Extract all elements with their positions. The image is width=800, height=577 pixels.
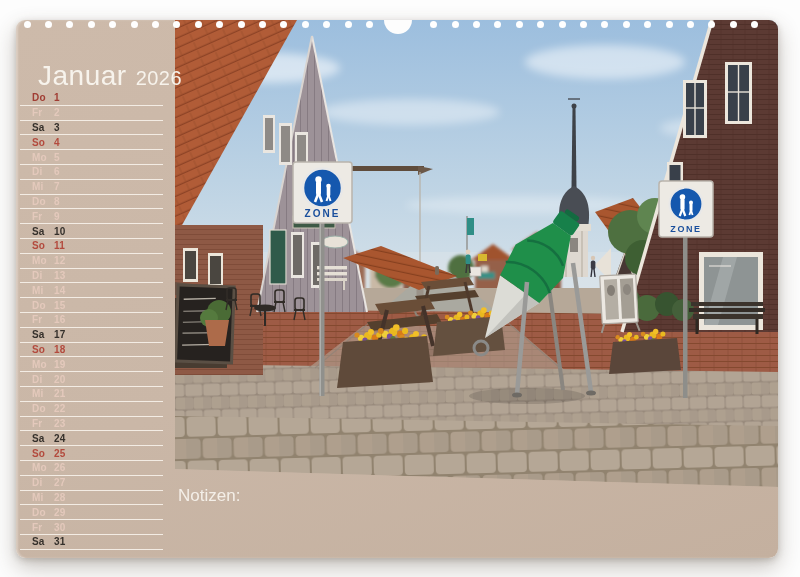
binding-hole — [66, 21, 73, 28]
day-number: 3 — [54, 122, 60, 133]
day-abbr: Mo — [32, 152, 54, 163]
calendar-day-row: Mi21 — [20, 387, 163, 402]
calendar-day-row: Do15 — [20, 298, 163, 313]
day-abbr: Do — [32, 403, 54, 414]
calendar-day-row: Fr9 — [20, 209, 163, 224]
calendar-day-row: Mo12 — [20, 254, 163, 269]
binding-hole — [345, 21, 352, 28]
calendar-product-shot: ZONE ZONE Januar20 — [0, 0, 800, 577]
binding-hole — [666, 21, 673, 28]
day-number: 31 — [54, 536, 66, 547]
day-abbr: Fr — [32, 418, 54, 429]
day-number: 11 — [54, 240, 65, 251]
month-title: Januar — [38, 60, 127, 91]
binding-hole — [152, 21, 159, 28]
calendar-day-row: Mi28 — [20, 491, 163, 506]
street-photo: ZONE ZONE — [175, 20, 778, 487]
day-number: 27 — [54, 477, 66, 488]
day-abbr: Do — [32, 507, 54, 518]
calendar-day-row: So11 — [20, 239, 163, 254]
day-abbr: Di — [32, 374, 54, 385]
day-abbr: So — [32, 344, 54, 355]
binding-hole — [195, 21, 202, 28]
day-abbr: Mi — [32, 181, 54, 192]
day-number: 12 — [54, 255, 66, 266]
day-number: 13 — [54, 270, 66, 281]
calendar-day-row: Sa3 — [20, 121, 163, 136]
binding-hole — [109, 21, 116, 28]
zone-sign-label: ZONE — [305, 208, 341, 219]
binding-hole — [623, 21, 630, 28]
day-number: 19 — [54, 359, 66, 370]
calendar-day-row: Sa10 — [20, 224, 163, 239]
binding-hole — [452, 21, 459, 28]
day-number: 20 — [54, 374, 66, 385]
day-abbr: Mi — [32, 388, 54, 399]
calendar-day-row: Di13 — [20, 269, 163, 284]
year-title: 2026 — [136, 67, 183, 89]
calendar-day-row: Di6 — [20, 165, 163, 180]
binding-hole — [559, 21, 566, 28]
calendar-day-row: Di27 — [20, 476, 163, 491]
notes-label: Notizen: — [178, 486, 240, 506]
day-number: 7 — [54, 181, 60, 192]
day-number: 22 — [54, 403, 66, 414]
day-number: 4 — [54, 137, 60, 148]
day-number: 18 — [54, 344, 66, 355]
day-number: 21 — [54, 388, 66, 399]
binding-hole — [302, 21, 309, 28]
day-number: 23 — [54, 418, 66, 429]
day-abbr: Fr — [32, 314, 54, 325]
day-number: 2 — [54, 107, 60, 118]
day-number: 16 — [54, 314, 66, 325]
window — [725, 62, 752, 124]
cafe-sign — [322, 236, 348, 248]
calendar-day-row: Do8 — [20, 195, 163, 210]
day-abbr: Fr — [32, 211, 54, 222]
binding-hole — [473, 21, 480, 28]
day-number: 24 — [54, 433, 66, 444]
day-abbr: Sa — [32, 226, 54, 237]
calendar-day-row: Sa31 — [20, 535, 163, 550]
calendar-day-row: So25 — [20, 446, 163, 461]
street-photo-scene: ZONE ZONE — [175, 20, 778, 487]
day-abbr: So — [32, 240, 54, 251]
calendar-day-row: Fr30 — [20, 520, 163, 535]
day-abbr: Mo — [32, 255, 54, 266]
day-abbr: Sa — [32, 433, 54, 444]
day-abbr: Mi — [32, 285, 54, 296]
day-number: 10 — [54, 226, 66, 237]
day-abbr: So — [32, 448, 54, 459]
binding-hole — [580, 21, 587, 28]
day-abbr: Do — [32, 92, 54, 103]
binding-hole — [45, 21, 52, 28]
binding-hole — [730, 21, 737, 28]
binding-hole — [24, 21, 31, 28]
day-number: 30 — [54, 522, 66, 533]
calendar-day-row: Mo5 — [20, 150, 163, 165]
day-abbr: Do — [32, 196, 54, 207]
day-abbr: Mo — [32, 462, 54, 473]
calendar-day-row: Di20 — [20, 372, 163, 387]
calendar-day-row: Mo26 — [20, 461, 163, 476]
day-abbr: Sa — [32, 536, 54, 547]
calendar-day-row: Fr2 — [20, 106, 163, 121]
day-abbr: Di — [32, 270, 54, 281]
calendar-day-row: Fr23 — [20, 417, 163, 432]
day-abbr: Mo — [32, 359, 54, 370]
day-number: 17 — [54, 329, 66, 340]
binding-hole — [88, 21, 95, 28]
page-title: Januar2026 — [38, 60, 182, 92]
day-abbr: Fr — [32, 107, 54, 118]
calendar-day-row: Mi7 — [20, 180, 163, 195]
binding-hole — [687, 21, 694, 28]
calendar-day-row: So4 — [20, 135, 163, 150]
binding-hole — [366, 21, 373, 28]
day-number: 6 — [54, 166, 60, 177]
calendar-page: ZONE ZONE Januar20 — [16, 20, 778, 558]
day-abbr: Di — [32, 477, 54, 488]
day-number: 25 — [54, 448, 66, 459]
day-abbr: Mi — [32, 492, 54, 503]
day-number: 9 — [54, 211, 60, 222]
calendar-day-row: Sa17 — [20, 328, 163, 343]
